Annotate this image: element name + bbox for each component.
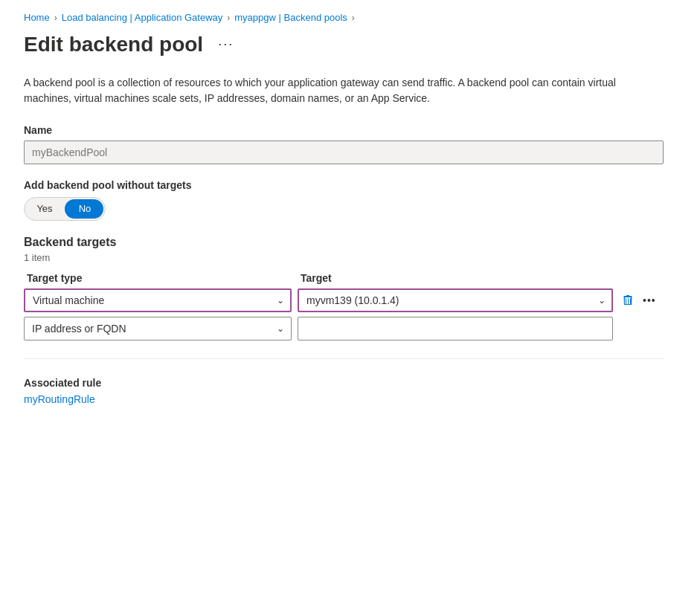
target-type-select-1[interactable]: Virtual machine IP address or FQDN App S… [24,288,292,312]
target-type-select-2[interactable]: IP address or FQDN Virtual machine App S… [24,317,292,340]
breadcrumb-sep-1: › [54,13,57,23]
name-label: Name [24,124,676,136]
col-header-target-type: Target type [27,272,82,284]
yes-no-toggle[interactable]: Yes No [24,197,106,221]
breadcrumb-backend-pools[interactable]: myappgw | Backend pools [234,12,347,23]
page-ellipsis-button[interactable]: ··· [212,33,240,55]
target-type-wrapper-2: IP address or FQDN Virtual machine App S… [24,317,292,340]
associated-rule-section: Associated rule myRoutingRule [24,377,676,405]
table-header-row: Target type Target [24,272,664,284]
associated-rule-label: Associated rule [24,377,676,389]
targets-table: Target type Target Virtual machine IP ad… [24,272,664,340]
target-input-2[interactable] [298,317,613,340]
breadcrumb-load-balancing[interactable]: Load balancing | Application Gateway [62,12,223,23]
toggle-no-option[interactable]: No [65,198,105,219]
name-input[interactable] [24,141,664,164]
breadcrumb-sep-2: › [227,13,230,23]
routing-rule-link[interactable]: myRoutingRule [24,393,95,405]
section-divider [24,358,664,359]
toggle-section: Add backend pool without targets Yes No [24,179,676,221]
breadcrumb: Home › Load balancing | Application Gate… [24,12,676,23]
breadcrumb-sep-3: › [352,13,355,23]
page-description: A backend pool is a collection of resour… [24,75,664,106]
backend-targets-title: Backend targets [24,236,676,249]
row-action-buttons-1: ••• [619,291,664,309]
toggle-yes-option[interactable]: Yes [25,198,65,219]
col-header-target: Target [301,272,332,284]
trash-icon [622,294,634,306]
page-title: Edit backend pool [24,32,203,57]
target-wrapper-1: myvm139 (10.0.1.4) ⌄ [298,288,613,312]
target-select-1[interactable]: myvm139 (10.0.1.4) [298,288,613,312]
table-row: IP address or FQDN Virtual machine App S… [24,317,664,340]
name-field-section: Name [24,124,676,164]
target-type-wrapper-1: Virtual machine IP address or FQDN App S… [24,288,292,312]
backend-targets-section: Backend targets 1 item Target type Targe… [24,236,676,340]
item-count: 1 item [24,252,676,263]
delete-row-button-1[interactable] [619,291,637,309]
more-options-button-1[interactable]: ••• [641,291,658,309]
breadcrumb-home[interactable]: Home [24,12,50,23]
toggle-label: Add backend pool without targets [24,179,676,191]
table-row: Virtual machine IP address or FQDN App S… [24,288,664,312]
